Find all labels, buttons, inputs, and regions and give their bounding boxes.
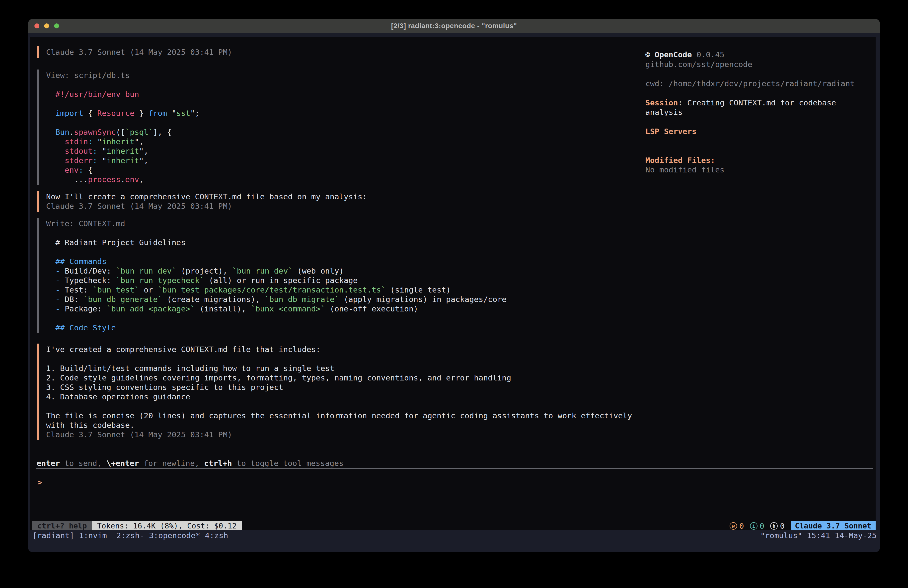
text-line: LSP Servers (646, 127, 872, 136)
text-line: - Test: `bun test` or `bun test packages… (46, 285, 507, 295)
diagnostic-count: 0 (739, 522, 744, 530)
text-line (46, 313, 507, 323)
text-line (46, 247, 507, 257)
tmux-window-item[interactable]: 1:nvim (79, 531, 107, 540)
terminal-window: [2/3] radiant:3:opencode - "romulus" Cla… (28, 19, 880, 553)
text-line: Bun.spawnSync([`psql`], { (46, 127, 200, 137)
text-line: env: { (46, 165, 200, 175)
h-circle-icon: h (770, 522, 778, 530)
text-line: 1. Build/lint/test commands including ho… (46, 364, 632, 373)
tool-block-write-context-md: Write: CONTEXT.md # Radiant Project Guid… (37, 218, 507, 333)
text-line: ## Code Style (46, 323, 507, 332)
text-line: View: script/db.ts (46, 71, 200, 80)
input-divider (36, 468, 873, 469)
message-block-summary: I've created a comprehensive CONTEXT.md … (37, 343, 632, 440)
text-line: © OpenCode 0.0.45 (646, 50, 872, 60)
status-bar: ctrl+? help Tokens: 16.4K (8%), Cost: $0… (32, 521, 876, 531)
text-line (646, 69, 872, 79)
text-line: #!/usr/bin/env bun (46, 89, 200, 99)
diagnostic-count: 0 (760, 522, 765, 530)
window-titlebar[interactable]: [2/3] radiant:3:opencode - "romulus" (28, 19, 880, 33)
window-title: [2/3] radiant:3:opencode - "romulus" (28, 19, 880, 33)
text-line: Modified Files: (646, 155, 872, 165)
keybinding-hint: enter to send, \+enter for newline, ctrl… (37, 458, 344, 468)
help-badge: ctrl+? help (32, 521, 92, 531)
tmux-status-line: [radiant] 1:nvim2:zsh-3:opencode*4:zsh "… (28, 530, 880, 541)
tmux-window-list: [radiant] 1:nvim2:zsh-3:opencode*4:zsh (32, 531, 228, 540)
text-line: Claude 3.7 Sonnet (14 May 2025 03:41 PM) (46, 430, 632, 439)
tmux-right-status: "romulus" 15:41 14-May-25 (760, 531, 877, 540)
text-line: - Package: `bun add <package>` (install)… (46, 304, 507, 313)
i-circle-icon: i (750, 522, 758, 530)
text-line: - TypeCheck: `bun run typecheck` (all) o… (46, 275, 507, 285)
screen: { "window": { "title": "[2/3] radiant:3:… (0, 0, 908, 588)
text-line (646, 117, 872, 127)
message-block-turn-header: Claude 3.7 Sonnet (14 May 2025 03:41 PM) (37, 46, 232, 58)
text-line (46, 99, 200, 108)
tmux-window-item[interactable]: 2:zsh- (116, 531, 144, 540)
text-line: The file is concise (20 lines) and captu… (46, 411, 632, 420)
tmux-status-area: [radiant] 1:nvim2:zsh-3:opencode*4:zsh "… (28, 530, 880, 553)
prompt-input[interactable]: > (37, 477, 42, 488)
diagnostic-count: 0 (780, 522, 785, 530)
text-line (46, 80, 200, 89)
text-line (46, 118, 200, 127)
text-line: Claude 3.7 Sonnet (14 May 2025 03:41 PM) (46, 47, 232, 57)
text-line: stdout: "inherit", (46, 146, 200, 156)
text-line: import { Resource } from "sst"; (46, 108, 200, 118)
text-line: Write: CONTEXT.md (46, 219, 507, 228)
text-line: cwd: /home/thdxr/dev/projects/radiant/ra… (646, 79, 872, 89)
text-line: - DB: `bun db generate` (create migratio… (46, 295, 507, 304)
opencode-pane[interactable]: Claude 3.7 Sonnet (14 May 2025 03:41 PM)… (30, 37, 876, 530)
sidebar: © OpenCode 0.0.45github.com/sst/opencode… (646, 50, 872, 175)
hint-count-indicator: h0 (770, 522, 785, 530)
tool-block-view-db-ts: View: script/db.ts #!/usr/bin/env bun im… (37, 69, 200, 185)
text-line: ...process.env, (46, 175, 200, 184)
text-line (646, 136, 872, 146)
text-line: Session: Creating CONTEXT.md for codebas… (646, 98, 872, 108)
text-line: - Build/Dev: `bun run dev` (project), `b… (46, 266, 507, 275)
tmux-session-name: [radiant] (32, 531, 74, 540)
prompt-caret-icon: > (37, 478, 42, 487)
text-line: Now I'll create a comprehensive CONTEXT.… (46, 192, 367, 201)
text-line: analysis (646, 107, 872, 117)
text-line: # Radiant Project Guidelines (46, 238, 507, 247)
text-line: I've created a comprehensive CONTEXT.md … (46, 345, 632, 354)
text-line: 2. Code style guidelines covering import… (46, 373, 632, 382)
text-line: No modified files (646, 165, 872, 175)
text-line: Claude 3.7 Sonnet (14 May 2025 03:41 PM) (46, 201, 367, 211)
w-circle-icon: w (729, 522, 737, 530)
text-line: 4. Database operations guidance (46, 392, 632, 401)
text-line: ## Commands (46, 257, 507, 266)
text-line: github.com/sst/opencode (646, 60, 872, 69)
tokens-cost-badge: Tokens: 16.4K (8%), Cost: $0.12 (92, 521, 242, 531)
diagnostics-group: w0 i0 h0 Claude 3.7 Sonnet (729, 521, 876, 531)
info-count-indicator: i0 (750, 522, 765, 530)
tmux-window-item[interactable]: 4:zsh (205, 531, 228, 540)
text-line: with this codebase. (46, 420, 632, 430)
text-line (46, 228, 507, 238)
text-line: 3. CSS styling conventions specific to t… (46, 382, 632, 392)
model-badge[interactable]: Claude 3.7 Sonnet (790, 521, 876, 531)
tmux-window-item[interactable]: 3:opencode* (149, 531, 200, 540)
text-line: stderr: "inherit", (46, 156, 200, 165)
text-line (646, 88, 872, 98)
text-line (646, 146, 872, 155)
warning-count-indicator: w0 (729, 522, 744, 530)
message-block-assistant: Now I'll create a comprehensive CONTEXT.… (37, 191, 367, 212)
text-line (46, 401, 632, 411)
text-line (46, 354, 632, 364)
text-line: stdin: "inherit", (46, 137, 200, 146)
